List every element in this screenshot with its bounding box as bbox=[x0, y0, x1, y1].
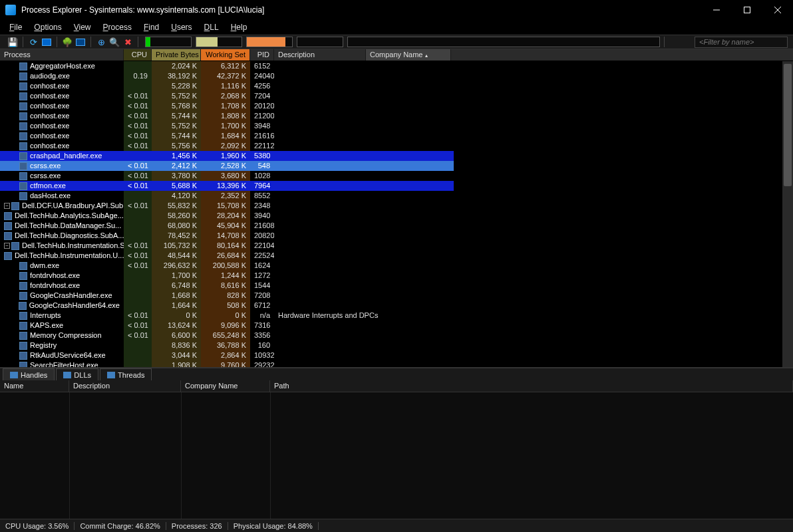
menu-process[interactable]: Process bbox=[98, 21, 137, 33]
lower-col-description[interactable]: Description bbox=[69, 380, 181, 392]
process-name-cell[interactable]: conhost.exe bbox=[0, 101, 124, 111]
menu-users[interactable]: Users bbox=[166, 21, 197, 33]
lower-pane-body[interactable] bbox=[0, 392, 793, 519]
find-icon[interactable]: 🔍 bbox=[108, 36, 120, 48]
col-description[interactable]: Description bbox=[274, 49, 366, 61]
process-name-cell[interactable]: conhost.exe bbox=[0, 81, 124, 91]
refresh-icon[interactable]: ⟳ bbox=[27, 36, 39, 48]
process-name-cell[interactable]: dasHost.exe bbox=[0, 191, 124, 201]
lower-col-company[interactable]: Company Name bbox=[181, 380, 270, 392]
process-row[interactable]: crashpad_handler.exe1,456 K1,960 K5380 bbox=[0, 151, 793, 161]
process-row[interactable]: SearchFilterHost.exe1,908 K9,760 K29232 bbox=[0, 360, 793, 367]
process-name-cell[interactable]: SearchFilterHost.exe bbox=[0, 360, 124, 367]
col-company[interactable]: Company Name ▴ bbox=[366, 49, 451, 61]
process-row[interactable]: GoogleCrashHandler.exe1,668 K828 K7208 bbox=[0, 291, 793, 301]
process-name-cell[interactable]: −Dell.DCF.UA.Bradbury.API.Sub... bbox=[0, 201, 124, 211]
target-icon[interactable]: ⊕ bbox=[95, 36, 107, 48]
cpu-graph[interactable] bbox=[145, 37, 192, 47]
process-row[interactable]: Dell.TechHub.Diagnostics.SubA...78,452 K… bbox=[0, 231, 793, 241]
tree-toggle-icon[interactable]: − bbox=[4, 203, 10, 209]
process-name-cell[interactable]: conhost.exe bbox=[0, 121, 124, 131]
process-row[interactable]: Interrupts< 0.010 K0 Kn/aHardware Interr… bbox=[0, 311, 793, 321]
net-graph[interactable] bbox=[347, 37, 660, 47]
process-name-cell[interactable]: RtkAudUService64.exe bbox=[0, 350, 124, 360]
process-row[interactable]: AggregatorHost.exe2,024 K6,312 K6152 bbox=[0, 61, 793, 71]
process-row[interactable]: conhost.exe< 0.015,752 K1,700 K3948 bbox=[0, 121, 793, 131]
col-cpu[interactable]: CPU bbox=[124, 49, 152, 61]
process-row[interactable]: conhost.exe< 0.015,768 K1,708 K20120 bbox=[0, 101, 793, 111]
process-name-cell[interactable]: −Dell.TechHub.Instrumentation.S... bbox=[0, 241, 124, 251]
sysinfo-icon[interactable] bbox=[41, 36, 53, 48]
process-row[interactable]: Memory Compression< 0.016,600 K655,248 K… bbox=[0, 331, 793, 340]
lower-col-name[interactable]: Name bbox=[0, 380, 69, 392]
dll-icon[interactable] bbox=[75, 36, 86, 48]
col-private-bytes[interactable]: Private Bytes bbox=[152, 49, 201, 61]
tree-toggle-icon[interactable]: − bbox=[4, 243, 10, 249]
process-name-cell[interactable]: csrss.exe bbox=[0, 161, 124, 171]
lower-col-path[interactable]: Path bbox=[270, 380, 793, 392]
process-name-cell[interactable]: Dell.TechHub.Instrumentation.U... bbox=[0, 251, 124, 261]
process-row[interactable]: dasHost.exe4,120 K2,352 K8552 bbox=[0, 191, 793, 201]
process-row[interactable]: RtkAudUService64.exe3,044 K2,864 K10932 bbox=[0, 350, 793, 360]
process-name-cell[interactable]: dwm.exe bbox=[0, 261, 124, 271]
process-row[interactable]: fontdrvhost.exe6,748 K8,616 K1544 bbox=[0, 281, 793, 291]
process-row[interactable]: Dell.TechHub.DataManager.Su...68,080 K45… bbox=[0, 221, 793, 231]
process-row[interactable]: conhost.exe< 0.015,744 K1,808 K21200 bbox=[0, 111, 793, 121]
menu-help[interactable]: Help bbox=[226, 21, 253, 33]
filter-input[interactable] bbox=[695, 37, 788, 48]
process-name-cell[interactable]: Registry bbox=[0, 340, 124, 350]
save-icon[interactable]: 💾 bbox=[7, 36, 19, 48]
process-name-cell[interactable]: Dell.TechHub.DataManager.Su... bbox=[0, 221, 124, 231]
process-name-cell[interactable]: audiodg.exe bbox=[0, 71, 124, 81]
process-list[interactable]: AggregatorHost.exe2,024 K6,312 K6152audi… bbox=[0, 61, 793, 367]
process-row[interactable]: Registry8,836 K36,788 K160 bbox=[0, 340, 793, 350]
process-name-cell[interactable]: csrss.exe bbox=[0, 171, 124, 181]
menu-view[interactable]: View bbox=[69, 21, 96, 33]
process-row[interactable]: Dell.TechHub.Instrumentation.U...< 0.014… bbox=[0, 251, 793, 261]
lower-tab-handles[interactable]: Handles bbox=[3, 368, 55, 380]
menu-dll[interactable]: DLL bbox=[199, 21, 224, 33]
lower-tab-threads[interactable]: Threads bbox=[100, 368, 152, 380]
process-row[interactable]: csrss.exe< 0.012,412 K2,528 K548 bbox=[0, 161, 793, 171]
process-name-cell[interactable]: conhost.exe bbox=[0, 91, 124, 101]
process-name-cell[interactable]: Memory Compression bbox=[0, 331, 124, 340]
process-name-cell[interactable]: conhost.exe bbox=[0, 131, 124, 141]
process-name-cell[interactable]: Dell.TechHub.Diagnostics.SubA... bbox=[0, 231, 124, 241]
process-name-cell[interactable]: AggregatorHost.exe bbox=[0, 61, 124, 71]
process-name-cell[interactable]: fontdrvhost.exe bbox=[0, 281, 124, 291]
col-working-set[interactable]: Working Set bbox=[201, 49, 250, 61]
process-row[interactable]: audiodg.exe0.1938,192 K42,372 K24040 bbox=[0, 71, 793, 81]
process-row[interactable]: conhost.exe5,228 K1,116 K4256 bbox=[0, 81, 793, 91]
process-row[interactable]: csrss.exe< 0.013,780 K3,680 K1028 bbox=[0, 171, 793, 181]
process-name-cell[interactable]: conhost.exe bbox=[0, 141, 124, 151]
lower-tab-dlls[interactable]: DLLs bbox=[56, 368, 98, 380]
process-row[interactable]: −Dell.DCF.UA.Bradbury.API.Sub...< 0.0155… bbox=[0, 201, 793, 211]
menu-options[interactable]: Options bbox=[29, 21, 67, 33]
commit-graph[interactable] bbox=[196, 37, 242, 47]
process-row[interactable]: dwm.exe< 0.01296,632 K200,588 K1624 bbox=[0, 261, 793, 271]
col-process[interactable]: Process bbox=[0, 49, 124, 61]
process-row[interactable]: KAPS.exe< 0.0113,624 K9,096 K7316 bbox=[0, 321, 793, 331]
process-row[interactable]: conhost.exe< 0.015,752 K2,068 K7204 bbox=[0, 91, 793, 101]
io-graph[interactable] bbox=[297, 37, 343, 47]
process-name-cell[interactable]: ctfmon.exe bbox=[0, 181, 124, 191]
process-row[interactable]: Dell.TechHub.Analytics.SubAge...58,260 K… bbox=[0, 211, 793, 221]
phys-graph[interactable] bbox=[246, 37, 293, 47]
maximize-button[interactable] bbox=[732, 0, 762, 20]
process-row[interactable]: ctfmon.exe< 0.015,688 K13,396 K7964 bbox=[0, 181, 793, 191]
close-button[interactable] bbox=[762, 0, 793, 20]
process-row[interactable]: fontdrvhost.exe1,700 K1,244 K1272 bbox=[0, 271, 793, 281]
process-row[interactable]: conhost.exe< 0.015,756 K2,092 K22112 bbox=[0, 141, 793, 151]
process-name-cell[interactable]: KAPS.exe bbox=[0, 321, 124, 331]
tree-icon[interactable]: 🌳 bbox=[61, 36, 73, 48]
process-row[interactable]: conhost.exe< 0.015,744 K1,684 K21616 bbox=[0, 131, 793, 141]
menu-find[interactable]: Find bbox=[138, 21, 164, 33]
minimize-button[interactable] bbox=[701, 0, 732, 20]
process-name-cell[interactable]: GoogleCrashHandler64.exe bbox=[0, 301, 124, 311]
process-row[interactable]: GoogleCrashHandler64.exe1,664 K508 K6712 bbox=[0, 301, 793, 311]
process-name-cell[interactable]: crashpad_handler.exe bbox=[0, 151, 124, 161]
process-name-cell[interactable]: Dell.TechHub.Analytics.SubAge... bbox=[0, 211, 124, 221]
col-pid[interactable]: PID bbox=[250, 49, 274, 61]
menu-file[interactable]: File bbox=[4, 21, 27, 33]
process-name-cell[interactable]: conhost.exe bbox=[0, 111, 124, 121]
